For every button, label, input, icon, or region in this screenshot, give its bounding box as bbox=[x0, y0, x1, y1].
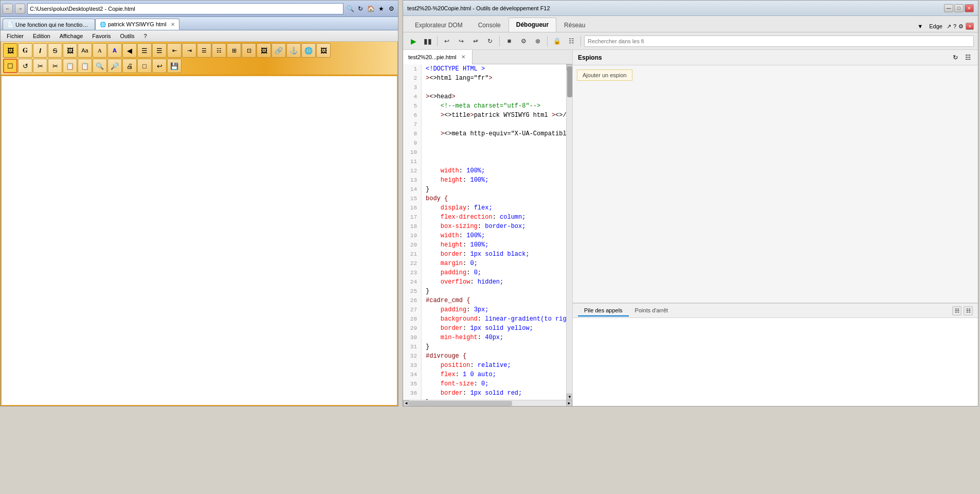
step-button[interactable]: ↻ bbox=[484, 35, 496, 47]
menu-outils[interactable]: Outils bbox=[116, 32, 138, 40]
toolbar-btn-3[interactable]: S bbox=[48, 43, 62, 58]
step-out-button[interactable]: ↫ bbox=[469, 35, 482, 47]
code-line-20[interactable]: 20 height: 100%; bbox=[403, 240, 566, 250]
help-icon[interactable]: ? bbox=[953, 23, 956, 29]
forward-button[interactable]: → bbox=[15, 4, 25, 14]
code-line-4[interactable]: 4><>head> bbox=[403, 92, 566, 101]
toolbar-btn-8[interactable]: ◀ bbox=[122, 43, 137, 58]
code-content[interactable]: 1<!DOCTYPE HTML >2><>html lang="fr">34><… bbox=[403, 64, 566, 400]
code-line-24[interactable]: 24 overflow: hidden; bbox=[403, 277, 566, 287]
toolbar-btn-2[interactable]: I bbox=[33, 43, 47, 58]
tab-debogueur[interactable]: Débogueur bbox=[509, 17, 556, 32]
code-line-5[interactable]: 5 <!--meta charset="utf-8"--> bbox=[403, 101, 566, 111]
code-line-9[interactable]: 9 bbox=[403, 138, 566, 148]
hscroll-track[interactable] bbox=[409, 401, 566, 406]
search-icon[interactable]: 🔍 bbox=[346, 4, 355, 13]
maximize-button[interactable]: □ bbox=[954, 4, 964, 12]
toolbar-btn-21[interactable]: 🖼 bbox=[316, 43, 331, 58]
step-over-button[interactable]: ↩ bbox=[441, 35, 453, 47]
toolbar-btn-9[interactable]: ☰ bbox=[137, 43, 152, 58]
code-line-14[interactable]: 14} bbox=[403, 185, 566, 194]
toolbar-btn-19[interactable]: ⚓ bbox=[286, 43, 301, 58]
code-line-7[interactable]: 7 bbox=[403, 120, 566, 129]
code-hscroll[interactable]: ◄ ► bbox=[403, 400, 572, 406]
toolbar-btn-18[interactable]: 🔗 bbox=[271, 43, 286, 58]
toolbar-btn-24[interactable]: ✂ bbox=[33, 59, 47, 73]
code-line-28[interactable]: 28 background: linear-gradient(to right bbox=[403, 314, 566, 324]
toolbar-btn-26[interactable]: 📋 bbox=[63, 59, 77, 73]
add-espion-button[interactable]: Ajouter un espion bbox=[577, 69, 632, 81]
code-line-16[interactable]: 16 display: flex; bbox=[403, 203, 566, 213]
code-line-27[interactable]: 27 padding: 3px; bbox=[403, 305, 566, 314]
settings-gear-icon[interactable]: ⚙ bbox=[958, 23, 964, 30]
code-line-36[interactable]: 36 border: 1px solid red; bbox=[403, 389, 566, 398]
toolbar-btn-30[interactable]: 🖨 bbox=[122, 59, 137, 73]
worker-button[interactable]: ⚙ bbox=[517, 35, 530, 47]
toolbar-btn-22[interactable]: ☐ bbox=[3, 59, 17, 73]
toolbar-btn-6[interactable]: A bbox=[93, 43, 107, 58]
tab-1[interactable]: 📄 Une fonction qui ne fonctionne... bbox=[3, 19, 95, 30]
toolbar-btn-32[interactable]: ↩ bbox=[152, 59, 167, 73]
breakpoints-button[interactable]: ◾ bbox=[503, 35, 515, 47]
tab-2-close[interactable]: ✕ bbox=[171, 22, 175, 27]
tab-2[interactable]: 🌐 patrick WYSIWYG html ✕ bbox=[95, 19, 179, 30]
minimize-button[interactable]: — bbox=[944, 4, 953, 12]
code-line-34[interactable]: 34 flex: 1 0 auto; bbox=[403, 370, 566, 379]
devtools-close-icon[interactable]: ✕ bbox=[966, 23, 974, 30]
code-line-31[interactable]: 31} bbox=[403, 342, 566, 351]
code-line-8[interactable]: 8 ><>meta http-equiv="X-UA-Compatible" c bbox=[403, 129, 566, 138]
close-button[interactable]: ✕ bbox=[965, 4, 974, 12]
code-line-21[interactable]: 21 border: 1px solid black; bbox=[403, 250, 566, 259]
address-bar[interactable]: C:\Users\polux\Desktop\test2 - Copie.htm… bbox=[27, 3, 343, 14]
espions-settings-icon[interactable]: ☷ bbox=[963, 52, 973, 63]
code-line-11[interactable]: 11 html {</span> bbox=[403, 157, 566, 166]
play-button[interactable]: ▶ bbox=[407, 35, 420, 47]
code-scrollbar[interactable]: ▲ ▼ bbox=[566, 64, 572, 400]
code-line-10[interactable]: 10 bbox=[403, 148, 566, 157]
scroll-down-arrow[interactable]: ▼ bbox=[567, 394, 572, 400]
detach-icon[interactable]: ↗ bbox=[947, 23, 951, 30]
code-line-6[interactable]: 6 ><>title>patrick WYSIWYG html ><>/titl… bbox=[403, 111, 566, 120]
toolbar-btn-13[interactable]: ☰ bbox=[197, 43, 211, 58]
toolbar-btn-1[interactable]: 𝐆 bbox=[18, 43, 32, 58]
code-line-26[interactable]: 26#cadre_cmd { bbox=[403, 296, 566, 305]
file-tab-close[interactable]: ✕ bbox=[460, 54, 467, 61]
code-line-3[interactable]: 3 bbox=[403, 83, 566, 92]
menu-edition[interactable]: Edition bbox=[29, 32, 55, 40]
toolbar-btn-20[interactable]: 🌐 bbox=[301, 43, 316, 58]
toolbar-btn-23[interactable]: ↺ bbox=[18, 59, 32, 73]
toolbar-btn-14[interactable]: ☷ bbox=[212, 43, 226, 58]
step-into-button[interactable]: ↪ bbox=[455, 35, 467, 47]
bottom-icon-1[interactable]: ☷ bbox=[952, 306, 961, 315]
toolbar-btn-28[interactable]: 🔍 bbox=[93, 59, 107, 73]
hscroll-right-arrow[interactable]: ► bbox=[566, 400, 572, 407]
espions-refresh-icon[interactable]: ↻ bbox=[950, 52, 960, 63]
back-button[interactable]: ← bbox=[3, 4, 13, 14]
toolbar-btn-31[interactable]: □ bbox=[137, 59, 152, 73]
code-line-18[interactable]: 18 box-sizing: border-box; bbox=[403, 222, 566, 231]
code-line-1[interactable]: 1<!DOCTYPE HTML > bbox=[403, 64, 566, 74]
toolbar-btn-33[interactable]: 💾 bbox=[167, 59, 182, 73]
hscroll-thumb[interactable] bbox=[409, 401, 512, 406]
code-line-12[interactable]: 12 width: 100%; bbox=[403, 166, 566, 175]
toolbar-btn-7[interactable]: A bbox=[107, 43, 122, 58]
toolbar-btn-5[interactable]: Aa bbox=[78, 43, 92, 58]
code-line-17[interactable]: 17 flex-direction: column; bbox=[403, 213, 566, 222]
toolbar-btn-25[interactable]: ✂ bbox=[48, 59, 62, 73]
code-line-22[interactable]: 22 margin: 0; bbox=[403, 259, 566, 268]
toolbar-btn-17[interactable]: 🖼 bbox=[257, 43, 271, 58]
settings-icon[interactable]: ⚙ bbox=[387, 4, 396, 13]
code-line-19[interactable]: 19 width: 100%; bbox=[403, 231, 566, 240]
code-line-13[interactable]: 13 height: 100%; bbox=[403, 175, 566, 185]
tab-explorateur-dom[interactable]: Explorateur DOM bbox=[407, 17, 470, 32]
menu-help[interactable]: ? bbox=[140, 32, 151, 40]
code-line-15[interactable]: 15body { bbox=[403, 194, 566, 203]
pause-button[interactable]: ▮▮ bbox=[422, 35, 434, 47]
code-line-25[interactable]: 25} bbox=[403, 287, 566, 296]
search-input[interactable] bbox=[584, 36, 974, 47]
file-tab[interactable]: test2%20...pie.html ✕ bbox=[403, 50, 473, 64]
menu-affichage[interactable]: Affichage bbox=[56, 32, 87, 40]
code-line-29[interactable]: 29 border: 1px solid yellow; bbox=[403, 324, 566, 333]
menu-fichier[interactable]: Fichier bbox=[3, 32, 28, 40]
toolbar-btn-27[interactable]: 📋 bbox=[78, 59, 92, 73]
